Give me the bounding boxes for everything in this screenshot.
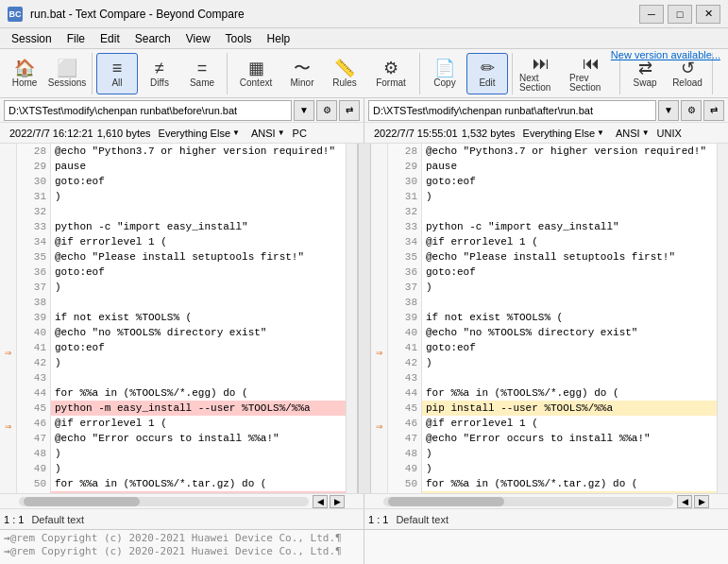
all-button[interactable]: ≡ All <box>96 53 138 94</box>
left-scroll-right[interactable]: ▶ <box>330 495 345 508</box>
title-text: run.bat - Text Compare - Beyond Compare <box>30 8 245 21</box>
left-hscroll[interactable]: ◀ ▶ <box>0 493 364 508</box>
prev-section-label: Prev Section <box>569 74 613 93</box>
menu-file[interactable]: File <box>59 30 93 47</box>
copy-icon: 📄 <box>434 60 455 77</box>
right-encoding-dropdown[interactable]: ANSI ▼ <box>612 127 653 140</box>
position-bars: 1 : 1 Default text 1 : 1 Default text <box>0 508 728 529</box>
preview-left-2: ⇒@rem Copyright (c) 2020-2021 Huawei Dev… <box>4 545 360 558</box>
left-encoding-dropdown[interactable]: ANSI ▼ <box>247 127 289 140</box>
same-icon: = <box>197 60 208 77</box>
left-code-area[interactable]: ⇒⇒ 2829303132333435363738394041424344454… <box>0 144 357 493</box>
maximize-button[interactable]: □ <box>668 5 692 24</box>
right-hscroll[interactable]: ◀ ▶ <box>364 493 728 508</box>
copy-button[interactable]: 📄 Copy <box>424 53 466 94</box>
home-button[interactable]: 🏠 Home <box>4 53 45 94</box>
left-path-options[interactable]: ⚙ <box>316 100 337 121</box>
right-path-row: ▼ ⚙ ⇄ <box>364 98 728 123</box>
context-label: Context <box>240 78 272 88</box>
right-code-area[interactable]: ⇒⇒ 2829303132333435363738394041424344454… <box>371 144 728 493</box>
swap-icon: ⇄ <box>638 60 652 77</box>
right-position: 1 : 1 <box>368 514 388 525</box>
left-path-browse[interactable]: ▼ <box>294 100 314 121</box>
format-button[interactable]: ⚙ Format <box>366 53 415 94</box>
right-encoding-arrow: ▼ <box>642 128 650 137</box>
preview-bar: ⇒@rem Copyright (c) 2020-2021 Huawei Dev… <box>0 529 728 564</box>
right-path-swap[interactable]: ⇄ <box>703 100 724 121</box>
right-scroll-left[interactable]: ◀ <box>677 495 692 508</box>
menu-edit[interactable]: Edit <box>93 30 127 47</box>
left-arrow-col: ⇒⇒ <box>0 144 17 493</box>
left-vscrollbar[interactable] <box>346 144 357 493</box>
format-label: Format <box>376 78 406 88</box>
rules-button[interactable]: 📏 Rules <box>324 53 365 94</box>
left-pos-label: Default text <box>31 514 84 525</box>
all-label: All <box>111 78 122 88</box>
left-filetype-arrow: ▼ <box>232 128 240 137</box>
diffs-icon: ≠ <box>155 60 164 77</box>
diffs-button[interactable]: ≠ Diffs <box>139 53 180 94</box>
edit-icon: ✏ <box>481 60 495 77</box>
left-code-lines[interactable]: @echo "Python3.7 or higher version requi… <box>51 144 346 493</box>
context-icon: ▦ <box>248 60 264 77</box>
reload-icon: ↺ <box>681 60 695 77</box>
copy-label: Copy <box>433 78 455 88</box>
right-vscrollbar[interactable] <box>717 144 728 493</box>
toolbar-group-navigate: ⏭ Next Section ⏮ Prev Section <box>516 53 620 94</box>
right-path-options[interactable]: ⚙ <box>681 100 702 121</box>
right-code-lines[interactable]: @echo "Python3.7 or higher version requi… <box>422 144 717 493</box>
same-button[interactable]: = Same <box>181 53 223 94</box>
new-version-link[interactable]: New version available... <box>611 49 720 60</box>
path-rows: ▼ ⚙ ⇄ ▼ ⚙ ⇄ <box>0 98 728 123</box>
sessions-button[interactable]: ⬜ Sessions <box>46 53 88 94</box>
sessions-label: Sessions <box>48 78 87 88</box>
right-pos-bar: 1 : 1 Default text <box>364 508 728 529</box>
minor-button[interactable]: 〜 Minor <box>281 53 323 94</box>
toolbar-group-actions: 📄 Copy ✏ Edit <box>424 53 513 94</box>
center-divider[interactable] <box>358 144 371 493</box>
left-pos-bar: 1 : 1 Default text <box>0 508 364 529</box>
next-section-button[interactable]: ⏭ Next Section <box>516 53 566 94</box>
app-icon: BC <box>8 7 23 22</box>
right-arrow-col: ⇒⇒ <box>371 144 388 493</box>
menu-help[interactable]: Help <box>260 30 298 47</box>
left-size: 1,610 bytes <box>97 128 151 139</box>
menu-search[interactable]: Search <box>127 30 178 47</box>
menu-bar: Session File Edit Search View Tools Help… <box>0 28 728 49</box>
preview-right-2 <box>368 545 724 558</box>
left-scroll-left[interactable]: ◀ <box>313 495 328 508</box>
right-encoding: ANSI <box>616 128 640 139</box>
prev-section-button[interactable]: ⏮ Prev Section <box>567 53 616 94</box>
rules-icon: 📏 <box>334 60 355 77</box>
left-encoding: ANSI <box>251 128 276 139</box>
right-code-panel: ⇒⇒ 2829303132333435363738394041424344454… <box>371 144 728 493</box>
minimize-button[interactable]: ─ <box>639 5 664 24</box>
context-button[interactable]: ▦ Context <box>231 53 280 94</box>
close-button[interactable]: ✕ <box>696 5 720 24</box>
right-filetype-arrow: ▼ <box>597 128 604 137</box>
right-size: 1,532 bytes <box>462 128 516 139</box>
left-info-bar: 2022/7/7 16:12:21 1,610 bytes Everything… <box>0 123 364 144</box>
right-info-bar: 2022/7/7 15:55:01 1,532 bytes Everything… <box>364 123 728 144</box>
left-lineending: PC <box>293 128 307 139</box>
left-filetype-dropdown[interactable]: Everything Else ▼ <box>155 127 244 140</box>
rules-label: Rules <box>332 78 357 88</box>
right-path-input[interactable] <box>368 100 656 121</box>
edit-button[interactable]: ✏ Edit <box>466 53 508 94</box>
menu-view[interactable]: View <box>178 30 218 47</box>
scroll-areas: ◀ ▶ ◀ ▶ <box>0 493 728 508</box>
next-section-icon: ⏭ <box>533 55 550 72</box>
minor-label: Minor <box>290 78 313 88</box>
toolbar-group-options: ▦ Context 〜 Minor 📏 Rules ⚙ Format <box>231 53 420 94</box>
left-position: 1 : 1 <box>4 514 24 525</box>
right-filetype-dropdown[interactable]: Everything Else ▼ <box>519 127 608 140</box>
right-scroll-right[interactable]: ▶ <box>694 495 709 508</box>
right-datetime: 2022/7/7 15:55:01 <box>374 128 458 139</box>
code-panels: ⇒⇒ 2829303132333435363738394041424344454… <box>0 144 728 493</box>
left-path-swap[interactable]: ⇄ <box>339 100 360 121</box>
left-path-input[interactable] <box>4 100 292 121</box>
menu-session[interactable]: Session <box>4 30 59 47</box>
right-path-browse[interactable]: ▼ <box>658 100 679 121</box>
diffs-label: Diffs <box>150 78 169 88</box>
menu-tools[interactable]: Tools <box>218 30 260 47</box>
